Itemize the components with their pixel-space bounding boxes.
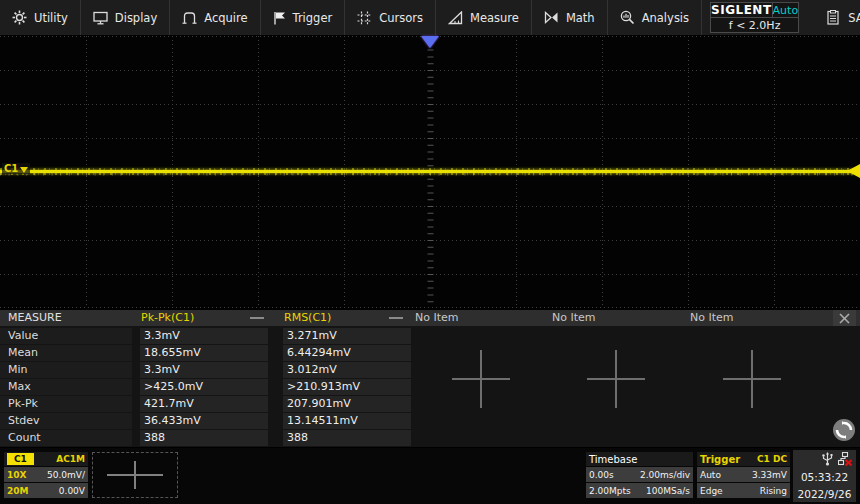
add-measure-button[interactable] <box>452 350 510 408</box>
trigger-title: Trigger <box>700 454 740 465</box>
pkpk-pkpk: 421.7mV <box>140 396 268 412</box>
system-time: 05:33:22 <box>801 472 848 483</box>
channel1-marker-label: C1 <box>4 163 18 174</box>
pkpk-value: 3.3mV <box>140 328 268 344</box>
reset-statistics-icon <box>832 418 856 442</box>
channel1-offset-row: 20M 0.00V <box>4 483 88 498</box>
menu-math-label: Math <box>566 11 595 25</box>
math-icon <box>544 11 559 24</box>
menu-display-label: Display <box>115 11 157 25</box>
acquire-icon <box>182 11 197 25</box>
trigger-title-row: Trigger C1 DC <box>697 452 790 466</box>
trigger-status-box[interactable]: SIGLENT Auto f < 2.0Hz <box>710 2 799 33</box>
measure-col1-name[interactable]: Pk-Pk(C1) <box>141 310 194 326</box>
channel1-scale-row: 10X 50.0mV/ <box>4 467 88 482</box>
rms-min: 3.012mV <box>283 362 411 378</box>
save-icon <box>827 10 839 25</box>
row-label: Count <box>0 430 132 446</box>
rms-value: 3.271mV <box>283 328 411 344</box>
pkpk-max: >425.0mV <box>140 379 268 395</box>
menu-measure[interactable]: Measure <box>436 0 532 35</box>
minus-icon <box>250 317 264 319</box>
measure-col5-empty[interactable]: No Item <box>690 310 734 326</box>
waveform-display[interactable]: C1 <box>0 36 860 308</box>
menu-analysis-label: Analysis <box>642 11 689 25</box>
channel1-chip: C1 <box>7 453 34 465</box>
analysis-icon <box>620 10 635 25</box>
add-channel-button[interactable] <box>92 452 178 498</box>
remove-measure1-button[interactable] <box>250 314 266 322</box>
timebase-title-row: Timebase <box>586 452 693 466</box>
row-label: Pk-Pk <box>0 396 132 412</box>
measure-title: MEASURE <box>8 310 62 326</box>
timebase-scale-row: 0.00s 2.00ms/div <box>586 467 693 482</box>
timebase-sample-rate: 100MSa/s <box>646 486 690 496</box>
trigger-type: Edge <box>700 486 723 496</box>
channel1-marker-arrow-icon <box>20 167 28 173</box>
trigger-descriptor-box[interactable]: Trigger C1 DC Auto 3.33mV Edge Rising <box>697 452 790 498</box>
trigger-status-badge: Auto <box>773 4 799 17</box>
menu-math[interactable]: Math <box>532 0 608 35</box>
menu-display[interactable]: Display <box>81 0 170 35</box>
measure-icon <box>448 11 463 25</box>
menu-cursors[interactable]: Cursors <box>345 0 436 35</box>
row-label: Stdev <box>0 413 132 429</box>
close-measure-button[interactable] <box>833 310 856 326</box>
frequency-counter: f < 2.0Hz <box>711 18 798 32</box>
menu-utility[interactable]: Utility <box>0 0 81 35</box>
timebase-sample-row: 2.00Mpts 100MSa/s <box>586 483 693 498</box>
trigger-slope: Rising <box>760 486 787 496</box>
trigger-status-row: SIGLENT Auto <box>711 3 798 18</box>
remove-measure2-button[interactable] <box>389 314 405 322</box>
measure-panel: MEASURE Pk-Pk(C1) RMS(C1) No Item No Ite… <box>0 310 860 447</box>
channel1-volts-per-div: 50.0mV/ <box>47 470 85 480</box>
save-label: SAVE <box>848 11 860 25</box>
row-label: Value <box>0 328 132 344</box>
close-icon <box>839 313 850 324</box>
timebase-descriptor-box[interactable]: Timebase 0.00s 2.00ms/div 2.00Mpts 100MS… <box>586 452 693 498</box>
channel1-offset: 0.00V <box>59 486 85 496</box>
menu-cursors-label: Cursors <box>379 11 423 25</box>
rms-stdev: 13.14511mV <box>283 413 411 429</box>
system-date: 2022/9/26 <box>798 489 852 500</box>
rms-pkpk: 207.901mV <box>283 396 411 412</box>
add-measure-button[interactable] <box>723 350 781 408</box>
menu-trigger[interactable]: Trigger <box>261 0 346 35</box>
pkpk-stdev: 36.433mV <box>140 413 268 429</box>
lan-disconnected-icon <box>838 452 852 466</box>
rms-max: >210.913mV <box>283 379 411 395</box>
trigger-mode: Auto <box>700 470 721 480</box>
measure-col3-empty[interactable]: No Item <box>415 310 459 326</box>
measure-col4-empty[interactable]: No Item <box>552 310 596 326</box>
menu-acquire[interactable]: Acquire <box>170 0 260 35</box>
trigger-source: C1 DC <box>757 454 787 464</box>
channel1-coupling: AC1M <box>56 454 85 464</box>
timebase-points: 2.00Mpts <box>589 486 631 496</box>
row-label: Min <box>0 362 132 378</box>
pkpk-mean: 18.655mV <box>140 345 268 361</box>
channel1-level-marker[interactable]: C1 <box>2 163 30 174</box>
channel1-descriptor-box[interactable]: C1 AC1M 10X 50.0mV/ 20M 0.00V <box>4 452 88 498</box>
reset-statistics-button[interactable] <box>832 418 856 442</box>
row-label: Mean <box>0 345 132 361</box>
flag-icon <box>273 11 286 25</box>
measure-col2-name[interactable]: RMS(C1) <box>284 310 331 326</box>
system-status-box[interactable]: 05:33:22 2022/9/26 <box>793 450 856 502</box>
timebase-title: Timebase <box>589 454 637 465</box>
trigger-level-marker-icon[interactable] <box>847 164 860 178</box>
channel1-attenuation: 10X <box>7 470 26 480</box>
channel1-trace <box>0 170 860 173</box>
minus-icon <box>389 317 403 319</box>
timebase-delay: 0.00s <box>589 470 614 480</box>
rms-count: 388 <box>283 430 411 446</box>
trigger-position-marker-icon[interactable] <box>421 36 439 48</box>
display-icon <box>93 11 108 25</box>
menu-analysis[interactable]: Analysis <box>608 0 702 35</box>
trigger-level: 3.33mV <box>752 470 787 480</box>
add-measure-button[interactable] <box>587 350 645 408</box>
menu-measure-label: Measure <box>470 11 519 25</box>
channel1-title-row: C1 AC1M <box>4 452 88 466</box>
save-button[interactable]: SAVE <box>809 0 860 35</box>
usb-icon <box>822 452 833 466</box>
siglent-logo: SIGLENT <box>711 3 773 17</box>
